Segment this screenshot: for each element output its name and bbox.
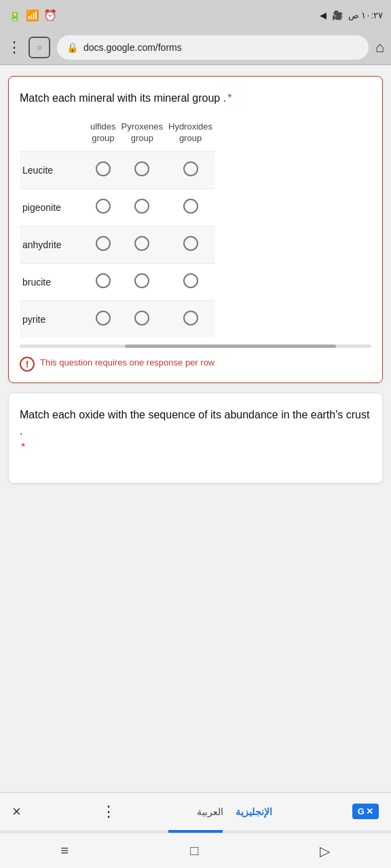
google-translate-button[interactable]: G ✕	[352, 804, 379, 819]
table-row: pigeonite	[20, 189, 215, 226]
url-bar[interactable]: 🔒 docs.google.com/forms	[57, 35, 369, 60]
radio-button[interactable]	[183, 199, 198, 214]
time-display: ١٠:٢٧ ص	[348, 10, 383, 20]
radio-button[interactable]	[134, 236, 149, 251]
arrow-icon: ◀	[320, 10, 327, 20]
radio-button[interactable]	[96, 236, 111, 251]
mineral-label-leucite: Leucite	[20, 151, 88, 189]
radio-leucite-pyroxenes[interactable]	[119, 151, 166, 189]
play-icon[interactable]: ▷	[306, 837, 343, 865]
radio-button[interactable]	[183, 273, 198, 288]
error-row: ! This question requires one response pe…	[20, 356, 371, 372]
lock-icon: 🔒	[67, 42, 78, 53]
scroll-thumb	[125, 344, 336, 348]
radio-pigeonite-hydroxides[interactable]	[166, 189, 215, 226]
scroll-indicator	[20, 344, 371, 348]
radio-button[interactable]	[183, 311, 198, 326]
tab-switcher[interactable]: ○	[29, 37, 50, 58]
mineral-label-pigeonite: pigeonite	[20, 189, 88, 226]
clock-icon: ⏰	[43, 9, 57, 22]
page-content: Match each mineral with its mineral grou…	[0, 65, 391, 792]
radio-button[interactable]	[96, 199, 111, 214]
table-row: Leucite	[20, 151, 215, 189]
close-button[interactable]: ×	[12, 803, 21, 821]
status-right: ◀ 🎥 ١٠:٢٧ ص	[320, 10, 383, 20]
question-2-card: Match each oxide with the sequence of it…	[8, 393, 383, 484]
radio-anhydrite-sulfides[interactable]	[88, 226, 119, 263]
more-button[interactable]: ⋮	[101, 803, 116, 821]
radio-brucite-pyroxenes[interactable]	[119, 263, 166, 300]
radio-leucite-hydroxides[interactable]	[166, 151, 215, 189]
col-header-empty	[20, 117, 88, 151]
mineral-label-pyrite: pyrite	[20, 300, 88, 338]
bottom-bar: × ⋮ العربية الإنجليزية G ✕	[0, 792, 391, 830]
square-icon[interactable]: □	[176, 837, 212, 864]
radio-button[interactable]	[134, 311, 149, 326]
grid-scroll-container[interactable]: ulfides group Pyroxenes group Hydroxides…	[20, 117, 371, 338]
hamburger-icon[interactable]: ≡	[48, 837, 83, 864]
error-icon: !	[20, 357, 35, 372]
radio-pyrite-sulfides[interactable]	[88, 300, 119, 338]
col-header-hydroxides: Hydroxides group	[166, 117, 215, 151]
col-header-sulfides: ulfides group	[88, 117, 119, 151]
browser-menu-icon[interactable]: ⋮	[7, 39, 22, 56]
radio-button[interactable]	[134, 273, 149, 288]
error-message: This question requires one response per …	[40, 356, 215, 370]
radio-button[interactable]	[183, 161, 198, 176]
lang-english[interactable]: الإنجليزية	[236, 806, 272, 817]
tab-count: ○	[37, 43, 41, 52]
radio-button[interactable]	[96, 161, 111, 176]
question-1-card: Match each mineral with its mineral grou…	[8, 76, 383, 383]
status-bar: 🔋 📶 ⏰ ◀ 🎥 ١٠:٢٧ ص	[0, 0, 391, 30]
mineral-label-brucite: brucite	[20, 263, 88, 300]
radio-pyrite-hydroxides[interactable]	[166, 300, 215, 338]
browser-bar: ⋮ ○ 🔒 docs.google.com/forms ⌂	[0, 30, 391, 65]
table-row: brucite	[20, 263, 215, 300]
url-text: docs.google.com/forms	[83, 42, 182, 53]
radio-leucite-sulfides[interactable]	[88, 151, 119, 189]
lang-arabic[interactable]: العربية	[197, 806, 223, 817]
translate-options: العربية الإنجليزية	[197, 806, 272, 817]
radio-button[interactable]	[134, 199, 149, 214]
question-1-title: Match each mineral with its mineral grou…	[20, 90, 371, 106]
radio-button[interactable]	[96, 311, 111, 326]
battery-icon: 🔋	[8, 9, 22, 22]
translate-arrow: ✕	[366, 806, 373, 816]
radio-pigeonite-sulfides[interactable]	[88, 189, 119, 226]
required-star-2: *	[21, 441, 25, 453]
radio-brucite-sulfides[interactable]	[88, 263, 119, 300]
wifi-icon: 📶	[26, 9, 39, 22]
google-g-icon: G	[358, 806, 365, 816]
video-icon: 🎥	[332, 10, 343, 20]
table-row: anhydrite	[20, 226, 215, 263]
required-star-1: *	[227, 92, 231, 104]
nav-bar: ≡ □ ▷	[0, 833, 391, 868]
mineral-label-anhydrite: anhydrite	[20, 226, 88, 263]
radio-pyrite-pyroxenes[interactable]	[119, 300, 166, 338]
radio-pigeonite-pyroxenes[interactable]	[119, 189, 166, 226]
radio-button[interactable]	[96, 273, 111, 288]
status-left-icons: 🔋 📶 ⏰	[8, 9, 57, 22]
radio-anhydrite-pyroxenes[interactable]	[119, 226, 166, 263]
col-header-pyroxenes: Pyroxenes group	[119, 117, 166, 151]
table-row: pyrite	[20, 300, 215, 338]
radio-button[interactable]	[134, 161, 149, 176]
matching-grid: ulfides group Pyroxenes group Hydroxides…	[20, 117, 371, 338]
radio-brucite-hydroxides[interactable]	[166, 263, 215, 300]
radio-button[interactable]	[183, 236, 198, 251]
radio-anhydrite-hydroxides[interactable]	[166, 226, 215, 263]
home-icon[interactable]: ⌂	[375, 39, 384, 56]
question-2-title: Match each oxide with the sequence of it…	[20, 407, 371, 456]
